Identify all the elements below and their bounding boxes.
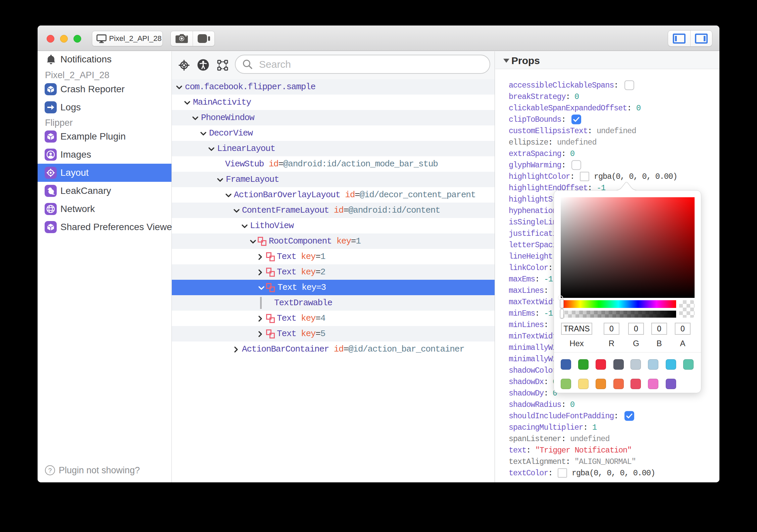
- svg-text:?: ?: [48, 467, 52, 474]
